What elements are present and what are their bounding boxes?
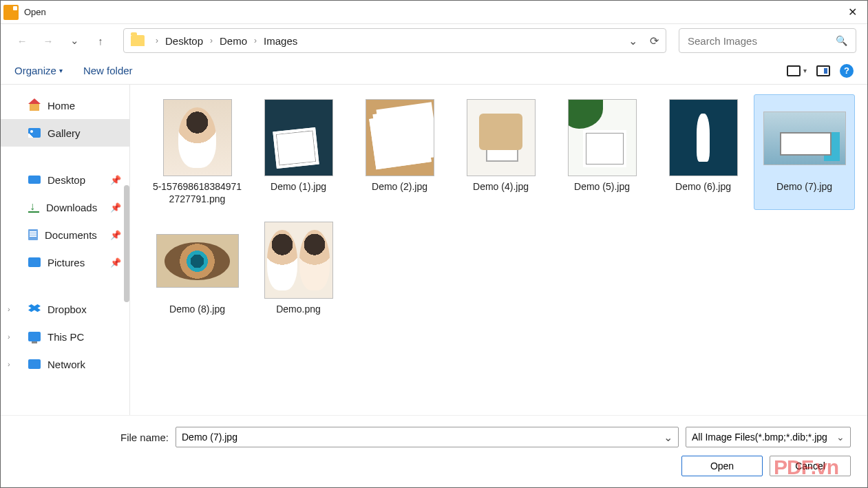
file-name: Demo (4).jpg [473,180,529,193]
file-name: Demo (2).jpg [372,180,427,193]
thumbnail [163,99,232,176]
file-item[interactable]: Demo (5).jpg [551,94,653,210]
file-item[interactable]: Demo (2).jpg [349,94,450,210]
search-box[interactable]: 🔍 [679,28,856,53]
refresh-icon[interactable]: ⟳ [650,34,659,47]
chevron-down-icon: ⌄ [836,432,845,443]
close-button[interactable]: ✕ [843,3,862,22]
crumb-demo[interactable]: Demo [217,35,250,47]
desktop-icon [28,176,41,184]
cancel-label: Cancel [795,460,825,471]
expand-icon[interactable]: › [8,305,10,313]
back-button[interactable]: ← [12,30,32,51]
file-item[interactable]: Demo (7).jpg [754,94,855,210]
breadcrumb-bar[interactable]: › Desktop › Demo › Images ⌄ ⟳ [123,28,666,53]
file-name: Demo (5).jpg [574,180,630,193]
pictures-icon [28,257,41,267]
organize-button[interactable]: Organize ▾ [14,65,63,76]
file-type-filter[interactable]: All Image Files(*.bmp;*.dib;*.jpg ⌄ [686,427,851,447]
folder-icon [131,35,145,46]
thumbnail [669,99,738,176]
file-name: Demo (6).jpg [675,180,731,193]
file-item[interactable]: Demo (1).jpg [248,94,349,210]
expand-icon[interactable]: › [8,360,10,368]
up-button[interactable]: ↑ [90,30,111,51]
gallery-icon [28,128,41,138]
filename-input[interactable] [182,432,664,443]
bottom-panel: File name: ⌄ All Image Files(*.bmp;*.dib… [1,415,867,487]
sidebar-item-pictures[interactable]: Pictures 📌 [1,248,129,276]
thumbnail [568,99,637,176]
thumbnail [366,99,434,176]
sidebar-item-downloads[interactable]: Downloads 📌 [1,193,129,221]
toolbar: Organize ▾ New folder ▾ ? [1,57,867,85]
file-item[interactable]: Demo (4).jpg [450,94,551,210]
file-item[interactable]: Demo (6).jpg [653,94,754,210]
thumbnail [156,234,239,288]
sidebar-label: Home [47,100,75,112]
crumb-images[interactable]: Images [261,35,300,47]
sidebar-item-documents[interactable]: Documents 📌 [1,221,129,248]
chevron-down-icon: ▾ [803,67,807,74]
sidebar-item-network[interactable]: › Network [1,350,129,378]
open-button[interactable]: Open [681,456,763,476]
filename-combo[interactable]: ⌄ [176,427,679,447]
search-input[interactable] [688,35,836,47]
open-label: Open [710,460,734,471]
file-name: Demo (7).jpg [776,180,832,193]
file-item[interactable]: 5-1576986183849712727791.png [147,94,248,210]
organize-label: Organize [14,65,56,76]
chevron-down-icon: ▾ [59,67,63,74]
pin-icon[interactable]: 📌 [110,230,121,240]
sidebar-item-desktop[interactable]: Desktop 📌 [1,166,129,193]
chevron-right-icon[interactable]: › [151,36,162,45]
breadcrumb-dropdown-icon[interactable]: ⌄ [628,34,637,47]
nav-row: ← → ⌄ ↑ › Desktop › Demo › Images ⌄ ⟳ 🔍 [1,24,867,57]
sidebar-label: Documents [45,229,97,241]
sidebar: Home Gallery Desktop 📌 Downloads 📌 Docum… [1,85,130,415]
view-mode-button[interactable]: ▾ [787,65,807,76]
pin-icon[interactable]: 📌 [110,257,121,268]
window-title: Open [24,7,46,17]
network-icon [28,359,41,369]
sidebar-label: Gallery [47,127,81,139]
filter-label: All Image Files(*.bmp;*.dib;*.jpg [692,432,827,443]
document-icon [28,229,38,240]
expand-icon[interactable]: › [8,332,10,341]
cancel-button[interactable]: Cancel [770,456,851,476]
chevron-right-icon[interactable]: › [250,36,261,45]
chevron-right-icon[interactable]: › [206,36,217,45]
new-folder-button[interactable]: New folder [83,65,133,76]
open-dialog: Open ✕ ← → ⌄ ↑ › Desktop › Demo › Images… [0,0,868,488]
preview-pane-button[interactable] [816,65,830,76]
chevron-down-icon[interactable]: ⌄ [664,431,673,444]
sidebar-label: Desktop [47,174,85,186]
thumbnail [467,99,536,176]
sidebar-item-gallery[interactable]: Gallery [1,119,129,147]
sidebar-item-dropbox[interactable]: › Dropbox [1,295,129,323]
titlebar: Open ✕ [1,1,867,24]
file-item[interactable]: Demo (8).jpg [147,217,248,320]
sidebar-scrollbar[interactable] [124,185,129,302]
thumbnail [264,222,333,299]
crumb-desktop[interactable]: Desktop [162,35,206,47]
help-button[interactable]: ? [840,64,854,78]
forward-button[interactable]: → [38,30,59,51]
sidebar-item-home[interactable]: Home [1,92,129,119]
app-icon [3,5,19,20]
file-name: Demo.png [276,303,321,315]
download-icon [28,202,39,213]
main-area: Home Gallery Desktop 📌 Downloads 📌 Docum… [1,85,867,415]
sidebar-label: Pictures [47,257,85,268]
pin-icon[interactable]: 📌 [110,175,121,185]
file-grid[interactable]: 5-1576986183849712727791.pngDemo (1).jpg… [130,85,867,415]
sidebar-item-this-pc[interactable]: › This PC [1,323,129,350]
recent-dropdown[interactable]: ⌄ [64,30,85,51]
pin-icon[interactable]: 📌 [110,202,121,213]
file-item[interactable]: Demo.png [248,217,349,320]
dropbox-icon [28,304,41,314]
file-name: Demo (1).jpg [271,180,326,193]
thumbnail [264,99,333,176]
computer-icon [28,332,41,341]
search-icon[interactable]: 🔍 [836,35,847,46]
